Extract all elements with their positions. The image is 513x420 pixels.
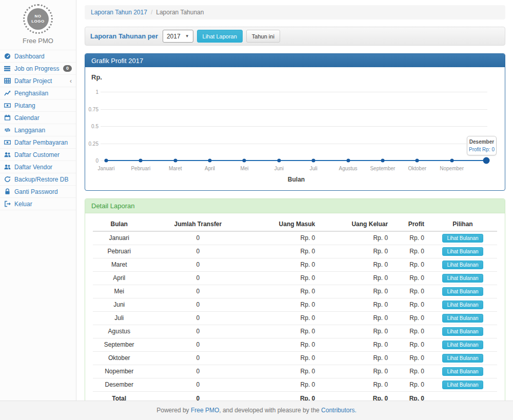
data-point-maret[interactable]: [173, 159, 177, 163]
free-pmo-link[interactable]: Free PMO: [191, 407, 219, 414]
table-row-mei: Mei0Rp. 0Rp. 0Rp. 0Lihat Bulanan: [93, 285, 497, 298]
cell-uang-masuk: Rp. 0: [250, 338, 319, 352]
breadcrumb-link[interactable]: Laporan Tahun 2017: [91, 9, 147, 16]
cell-pilihan: Lihat Bulanan: [428, 312, 497, 325]
chart-line-icon: [4, 90, 11, 96]
sidebar-item-label: Piutang: [14, 102, 72, 109]
detail-panel: Detail Laporan BulanJumlah TransferUang …: [85, 198, 505, 412]
data-point-oktober[interactable]: [416, 159, 419, 163]
contributors-link[interactable]: Contributors.: [321, 407, 357, 414]
breadcrumb: Laporan Tahun 2017 / Laporan Tahunan: [85, 5, 505, 19]
lihat-bulanan-button-januari[interactable]: Lihat Bulanan: [442, 234, 483, 243]
year-select-value: 2017: [167, 33, 181, 40]
table-row-januari: Januari0Rp. 0Rp. 0Rp. 0Lihat Bulanan: [93, 231, 497, 245]
column-header-profit: Profit: [392, 217, 428, 231]
cell-jumlah-transfer: 0: [145, 312, 250, 325]
sidebar-item-keluar[interactable]: Keluar: [0, 198, 76, 210]
lihat-bulanan-button-september[interactable]: Lihat Bulanan: [442, 341, 483, 349]
cell-uang-keluar: Rp. 0: [319, 272, 392, 285]
sidebar-item-piutang[interactable]: Piutang: [0, 99, 76, 112]
cell-uang-keluar: Rp. 0: [319, 231, 392, 245]
lihat-bulanan-button-mei[interactable]: Lihat Bulanan: [442, 287, 483, 296]
table-row-maret: Maret0Rp. 0Rp. 0Rp. 0Lihat Bulanan: [93, 258, 497, 272]
cell-pilihan: Lihat Bulanan: [428, 325, 497, 338]
sidebar-item-langganan[interactable]: Langganan: [0, 124, 76, 136]
cell-bulan: Nopember: [93, 365, 145, 378]
sidebar-item-backup-restore-db[interactable]: Backup/Restore DB: [0, 173, 76, 186]
filter-panel: Laporan Tahunan per 2017 ▼ Lihat Laporan…: [85, 27, 505, 46]
data-point-januari[interactable]: [105, 159, 108, 163]
cell-bulan: Mei: [93, 285, 145, 298]
cell-jumlah-transfer: 0: [145, 231, 250, 245]
lihat-bulanan-button-nopember[interactable]: Lihat Bulanan: [442, 367, 483, 376]
cell-profit: Rp. 0: [392, 258, 428, 272]
sidebar-item-daftar-vendor[interactable]: Daftar Vendor: [0, 161, 76, 173]
lihat-bulanan-button-oktober[interactable]: Lihat Bulanan: [442, 354, 483, 363]
main-content: Laporan Tahun 2017 / Laporan Tahunan Lap…: [77, 0, 513, 412]
money-icon: [4, 102, 11, 109]
cell-uang-masuk: Rp. 0: [250, 298, 319, 312]
tooltip-value: Profit Rp: 0: [469, 147, 495, 152]
lihat-bulanan-button-juli[interactable]: Lihat Bulanan: [442, 314, 483, 323]
cell-bulan: Januari: [93, 231, 145, 245]
sidebar-item-penghasilan[interactable]: Penghasilan: [0, 87, 76, 99]
cell-uang-keluar: Rp. 0: [319, 285, 392, 298]
users-icon: [4, 151, 11, 158]
data-point-nopember[interactable]: [450, 159, 453, 163]
sidebar-item-daftar-project[interactable]: Daftar Project‹: [0, 75, 76, 87]
app-logo: NO LOGO: [23, 4, 53, 34]
cell-profit: Rp. 0: [392, 325, 428, 338]
cell-pilihan: Lihat Bulanan: [428, 378, 497, 392]
data-point-april[interactable]: [208, 159, 212, 163]
data-point-desember[interactable]: [483, 157, 490, 164]
x-tick-label: Nopember: [440, 166, 464, 171]
data-point-juni[interactable]: [277, 159, 281, 163]
sidebar-item-dashboard[interactable]: Dashboard: [0, 50, 76, 63]
cell-pilihan: Lihat Bulanan: [428, 365, 497, 378]
data-point-juli[interactable]: [312, 159, 315, 163]
sidebar-item-daftar-customer[interactable]: Daftar Customer: [0, 149, 76, 161]
footer-text: Powered by: [156, 407, 191, 414]
cell-bulan: Pebruari: [93, 245, 145, 258]
lihat-bulanan-button-maret[interactable]: Lihat Bulanan: [442, 261, 483, 269]
lock-icon: [4, 188, 11, 195]
lihat-laporan-button[interactable]: Lihat Laporan: [197, 30, 243, 43]
column-header-pilihan: Pilihan: [428, 217, 497, 231]
sidebar-item-label: Ganti Password: [14, 188, 72, 195]
chevron-left-icon: ‹: [70, 78, 72, 84]
sidebar-item-calendar[interactable]: Calendar: [0, 112, 76, 124]
report-table: BulanJumlah TransferUang MasukUang Kelua…: [93, 217, 497, 405]
lihat-bulanan-button-pebruari[interactable]: Lihat Bulanan: [442, 247, 483, 256]
cell-bulan: September: [93, 338, 145, 352]
lihat-bulanan-button-desember[interactable]: Lihat Bulanan: [442, 381, 483, 389]
lihat-bulanan-button-agustus[interactable]: Lihat Bulanan: [442, 327, 483, 336]
cell-jumlah-transfer: 0: [145, 352, 250, 365]
sign-out-icon: [4, 201, 11, 207]
data-point-september[interactable]: [381, 159, 384, 163]
column-header-bulan: Bulan: [93, 217, 145, 231]
data-point-mei[interactable]: [243, 159, 246, 163]
cell-uang-keluar: Rp. 0: [319, 325, 392, 338]
cell-pilihan: Lihat Bulanan: [428, 258, 497, 272]
cell-pilihan: Lihat Bulanan: [428, 285, 497, 298]
sidebar-item-job-on-progress[interactable]: Job on Progress0: [0, 63, 76, 75]
x-tick-label: Juli: [310, 166, 318, 171]
cell-uang-masuk: Rp. 0: [250, 285, 319, 298]
sidebar-item-daftar-pembayaran[interactable]: Daftar Pembayaran: [0, 136, 76, 149]
tahun-ini-button[interactable]: Tahun ini: [246, 30, 280, 43]
cell-pilihan: Lihat Bulanan: [428, 352, 497, 365]
cell-profit: Rp. 0: [392, 338, 428, 352]
lihat-bulanan-button-april[interactable]: Lihat Bulanan: [442, 274, 483, 283]
data-point-pebruari[interactable]: [139, 159, 143, 163]
data-point-agustus[interactable]: [346, 159, 350, 163]
sidebar-item-label: Langganan: [14, 127, 72, 134]
gridline: [101, 109, 487, 110]
cell-uang-masuk: Rp. 0: [250, 245, 319, 258]
lihat-bulanan-button-juni[interactable]: Lihat Bulanan: [442, 301, 483, 309]
gridline: [101, 126, 487, 127]
sidebar-item-ganti-password[interactable]: Ganti Password: [0, 186, 76, 198]
year-select[interactable]: 2017 ▼: [163, 30, 193, 43]
sidebar-item-label: Daftar Project: [14, 77, 67, 85]
cell-pilihan: Lihat Bulanan: [428, 245, 497, 258]
cell-jumlah-transfer: 0: [145, 298, 250, 312]
